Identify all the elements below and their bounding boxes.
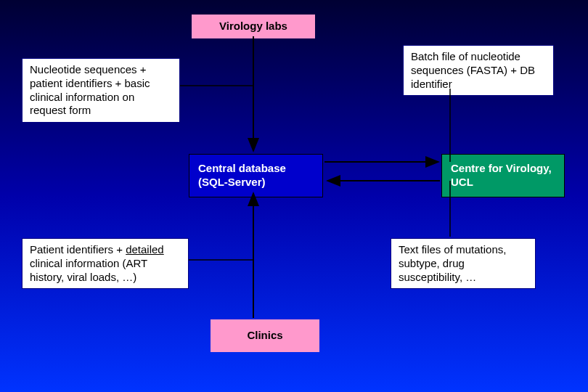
note-patient-identifiers-post: clinical information (ART history, viral… [30, 257, 147, 283]
node-virology-labs: Virology labs [192, 15, 315, 38]
note-batch-file: Batch file of nucleotide sequences (FAST… [403, 45, 554, 96]
node-central-database: Central database (SQL-Server) [189, 154, 323, 197]
note-patient-identifiers-underlined: detailed [126, 243, 164, 256]
note-nucleotide-sequences: Nucleotide sequences + patient identifie… [22, 58, 180, 123]
note-patient-identifiers-pre: Patient identifiers + [30, 243, 126, 256]
node-centre-virology: Centre for Virology, UCL [441, 154, 565, 197]
node-clinics: Clinics [211, 319, 319, 352]
note-text-files: Text files of mutations, subtype, drug s… [391, 238, 536, 289]
note-patient-identifiers: Patient identifiers + detailed clinical … [22, 238, 189, 289]
